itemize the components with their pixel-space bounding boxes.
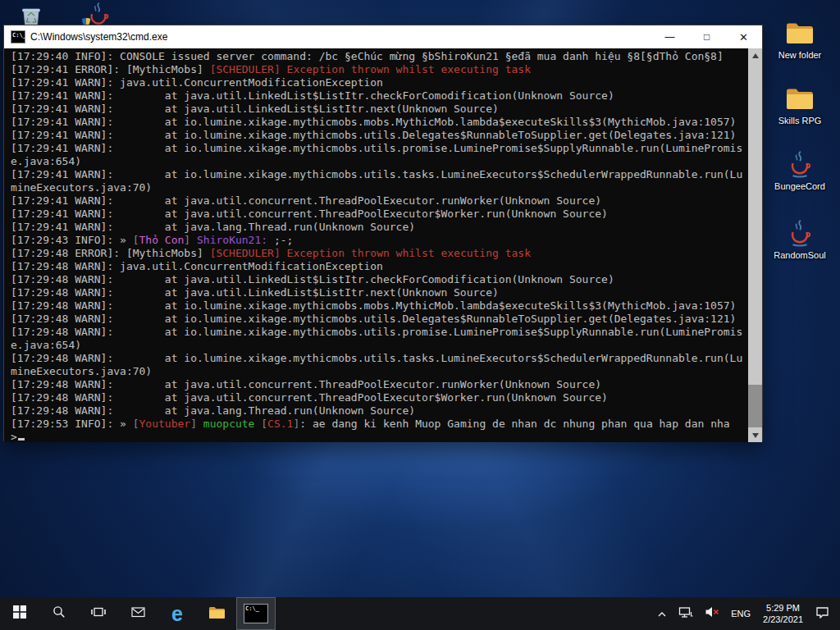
network-button[interactable]	[673, 597, 699, 630]
desktop-icon-new-folder[interactable]: New folder	[765, 18, 834, 61]
console-line: [17:29:41 WARN]: at java.lang.Thread.run…	[11, 221, 744, 234]
cmd-window: C:\_ C:\Windows\system32\cmd.exe — □ ✕ […	[3, 25, 763, 441]
console-line: [17:29:41 WARN]: at io.lumine.xikage.myt…	[11, 116, 744, 129]
scrollbar[interactable]	[748, 48, 762, 442]
language-indicator[interactable]: ENG	[725, 597, 756, 630]
console-line: [17:29:48 WARN]: at java.lang.Thread.run…	[11, 404, 744, 418]
title-bar[interactable]: C:\_ C:\Windows\system32\cmd.exe — □ ✕	[4, 25, 762, 48]
task-view-button[interactable]	[79, 597, 118, 630]
console-viewport[interactable]: [17:29:40 INFO]: CONSOLE issued server c…	[4, 48, 762, 442]
clock-date: 2/23/2021	[763, 614, 803, 625]
desktop: { "colors": { "d": "#c0c0c0", "r": "#bd4…	[0, 0, 840, 630]
chevron-up-icon	[657, 606, 667, 621]
window-title: C:\Windows\system32\cmd.exe	[30, 31, 651, 43]
console-line: [17:29:48 WARN]: at io.lumine.xikage.myt…	[11, 299, 744, 313]
console-line: [17:29:41 WARN]: at io.lumine.xikage.myt…	[11, 142, 744, 168]
java-cup-icon	[784, 149, 815, 179]
task-view-icon	[91, 605, 106, 622]
console-line: [17:29:48 WARN]: java.util.ConcurrentMod…	[11, 260, 744, 273]
maximize-button[interactable]: □	[688, 25, 725, 48]
file-explorer-button[interactable]	[197, 597, 236, 630]
desktop-icon-randomsoul[interactable]: RandomSoul	[765, 218, 834, 261]
system-tray: ENG 5:29 PM 2/23/2021	[651, 597, 840, 630]
console-line: [17:29:48 WARN]: at java.util.concurrent…	[11, 391, 744, 404]
search-icon	[52, 605, 66, 622]
java-cup-icon	[784, 218, 815, 248]
desktop-icon-label: RandomSoul	[774, 250, 826, 261]
console-line: [17:29:48 WARN]: at io.lumine.xikage.myt…	[11, 313, 744, 326]
scroll-up-icon[interactable]	[748, 48, 762, 62]
desktop-icon-bungeecord[interactable]: BungeeCord	[765, 149, 834, 192]
console-line: [17:29:41 WARN]: at java.util.LinkedList…	[11, 89, 744, 103]
console-line: [17:29:48 WARN]: at java.util.LinkedList…	[11, 286, 744, 299]
search-button[interactable]	[39, 597, 79, 630]
console-output: [17:29:40 INFO]: CONSOLE issued server c…	[11, 50, 744, 442]
action-center-icon	[815, 606, 829, 622]
scrollbar-thumb[interactable]	[748, 385, 762, 427]
clock-time: 5:29 PM	[766, 602, 800, 614]
mail-icon	[131, 606, 145, 621]
window-controls: — □ ✕	[651, 25, 762, 48]
network-icon	[678, 606, 693, 622]
cmd-taskbar-button[interactable]: C:\_	[236, 597, 276, 630]
console-prompt-line: >	[11, 431, 744, 442]
console-line: [17:29:48 WARN]: at io.lumine.xikage.myt…	[11, 352, 744, 378]
volume-button[interactable]	[699, 597, 725, 630]
console-line: [17:29:48 ERROR]: [MythicMobs] [SCHEDULE…	[11, 247, 744, 260]
desktop-icon-skills-rpg[interactable]: Skills RPG	[765, 84, 834, 126]
console-line: [17:29:41 WARN]: at java.util.LinkedList…	[11, 103, 744, 116]
cmd-icon: C:\_	[11, 30, 25, 43]
edge-button[interactable]: e	[158, 597, 197, 630]
volume-muted-icon	[705, 606, 719, 621]
console-line: [17:29:48 WARN]: at java.util.concurrent…	[11, 378, 744, 391]
file-explorer-icon	[208, 605, 226, 623]
console-line: [17:29:41 WARN]: at java.util.concurrent…	[11, 208, 744, 221]
cmd-window-thumbnail-icon: C:\_	[244, 604, 268, 623]
text-cursor	[18, 438, 25, 441]
console-line: [17:29:43 INFO]: » [Thỏ Con] ShiroKun21:…	[11, 234, 744, 247]
console-line: [17:29:41 WARN]: at java.util.concurrent…	[11, 194, 744, 208]
edge-icon: e	[171, 604, 183, 624]
console-line: [17:29:48 WARN]: at java.util.LinkedList…	[11, 273, 744, 286]
console-line: [17:29:48 WARN]: at io.lumine.xikage.myt…	[11, 326, 744, 352]
minimize-button[interactable]: —	[651, 25, 688, 48]
mail-button[interactable]	[118, 597, 158, 630]
console-line: [17:29:40 INFO]: CONSOLE issued server c…	[11, 50, 744, 63]
console-line: [17:29:41 WARN]: at io.lumine.xikage.myt…	[11, 129, 744, 142]
folder-icon	[784, 84, 815, 113]
console-line: [17:29:41 WARN]: at io.lumine.xikage.myt…	[11, 168, 744, 194]
console-line: [17:29:53 INFO]: » [Youtuber] muopcute […	[11, 418, 744, 431]
scroll-down-icon[interactable]	[748, 428, 762, 442]
console-line: [17:29:41 ERROR]: [MythicMobs] [SCHEDULE…	[11, 63, 744, 76]
desktop-icon-label: Skills RPG	[778, 116, 822, 126]
desktop-icon-label: BungeeCord	[774, 181, 825, 192]
windows-logo-icon	[13, 605, 26, 622]
close-button[interactable]: ✕	[725, 25, 762, 48]
taskbar: e C:\_	[0, 597, 840, 630]
desktop-icon-label: New folder	[778, 50, 822, 61]
action-center-button[interactable]	[810, 597, 835, 630]
clock[interactable]: 5:29 PM 2/23/2021	[756, 602, 810, 625]
tray-chevron-button[interactable]	[651, 597, 673, 630]
folder-icon	[784, 18, 815, 48]
console-line: [17:29:41 WARN]: java.util.ConcurrentMod…	[11, 76, 744, 89]
taskbar-buttons: e C:\_	[0, 597, 276, 630]
start-button[interactable]	[0, 597, 39, 630]
